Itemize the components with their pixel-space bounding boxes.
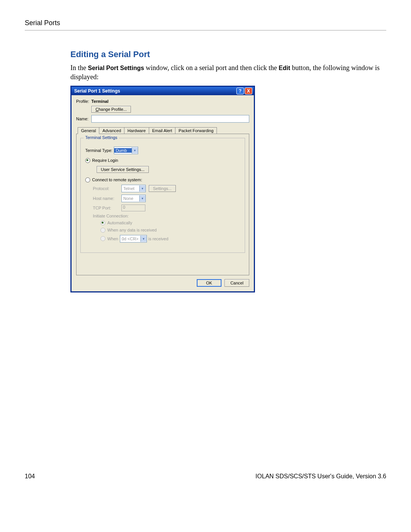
- when-radio: [100, 236, 105, 241]
- user-service-settings-button[interactable]: User Service Settings...: [97, 166, 149, 173]
- titlebar[interactable]: Serial Port 1 Settings ? X: [72, 87, 254, 95]
- when-char-select: 0d <CR> ▾: [120, 235, 147, 243]
- connect-remote-label: Connect to remote system:: [92, 177, 142, 182]
- auto-radio: [100, 220, 105, 225]
- page-footer: 104 IOLAN SDS/SCS/STS User's Guide, Vers…: [25, 473, 386, 480]
- connect-remote-radio[interactable]: [85, 177, 90, 182]
- settings-button: Settings...: [149, 185, 176, 192]
- require-login-radio[interactable]: [85, 158, 90, 163]
- is-received-label: is received: [148, 236, 169, 241]
- protocol-select: Telnet ▾: [121, 185, 146, 192]
- anydata-radio: [100, 228, 105, 233]
- tab-hardware[interactable]: Hardware: [124, 127, 149, 134]
- hostname-select: None ▾: [121, 195, 146, 202]
- document-page: Serial Ports Editing a Serial Port In th…: [0, 0, 411, 495]
- tcp-port-label: TCP Port:: [93, 206, 121, 210]
- section-paragraph: In the Serial Port Settings window, clic…: [70, 63, 386, 82]
- tcp-port-input: 0: [121, 204, 145, 211]
- terminal-type-label: Terminal Type:: [85, 148, 114, 153]
- chevron-down-icon: ▾: [140, 236, 147, 242]
- close-icon[interactable]: X: [245, 88, 252, 94]
- anydata-label: When any data is received: [107, 228, 157, 232]
- name-label: Name:: [76, 117, 91, 121]
- name-input[interactable]: [91, 115, 249, 123]
- dialog-button-row: OK Cancel: [76, 275, 249, 287]
- dialog-body: Profile: Terminal Change Profile... Name…: [72, 95, 254, 291]
- chevron-down-icon: ▾: [132, 147, 138, 153]
- help-icon[interactable]: ?: [236, 88, 244, 94]
- require-login-label: Require Login: [92, 158, 118, 163]
- chevron-down-icon: ▾: [139, 185, 145, 192]
- initiate-connection-label: Initiate Connection:: [93, 214, 129, 218]
- page-header: Serial Ports: [25, 19, 386, 27]
- dialog-window: Serial Port 1 Settings ? X Profile: Term…: [70, 86, 255, 292]
- terminal-settings-group: Terminal Settings Terminal Type: Dumb ▾ …: [80, 138, 245, 253]
- auto-label: Automatically: [107, 220, 132, 225]
- window-title: Serial Port 1 Settings: [73, 88, 236, 94]
- change-profile-button[interactable]: Change Profile...: [91, 106, 131, 113]
- tab-general[interactable]: General: [78, 127, 99, 134]
- profile-value: Terminal: [91, 99, 108, 104]
- tab-packet-forwarding[interactable]: Packet Forwarding: [175, 127, 217, 134]
- tab-advanced[interactable]: Advanced: [99, 127, 124, 134]
- hostname-label: Host name:: [93, 196, 121, 201]
- content-area: Editing a Serial Port In the Serial Port…: [70, 50, 386, 292]
- section-heading: Editing a Serial Port: [70, 50, 386, 59]
- tab-panel-general: Terminal Settings Terminal Type: Dumb ▾ …: [76, 134, 249, 275]
- ok-button[interactable]: OK: [197, 279, 221, 287]
- when-label: When: [107, 236, 118, 241]
- terminal-type-select[interactable]: Dumb ▾: [114, 147, 138, 154]
- tab-email-alert[interactable]: Email Alert: [149, 127, 176, 134]
- footer-text: IOLAN SDS/SCS/STS User's Guide, Version …: [255, 473, 386, 480]
- fieldset-legend: Terminal Settings: [84, 135, 119, 140]
- protocol-label: Protocol:: [93, 186, 121, 191]
- chevron-down-icon: ▾: [139, 195, 145, 201]
- profile-label: Profile:: [76, 99, 91, 104]
- tab-strip: General Advanced Hardware Email Alert Pa…: [76, 127, 249, 134]
- cancel-button[interactable]: Cancel: [225, 279, 249, 287]
- header-rule: [25, 30, 386, 30]
- page-number: 104: [25, 473, 35, 480]
